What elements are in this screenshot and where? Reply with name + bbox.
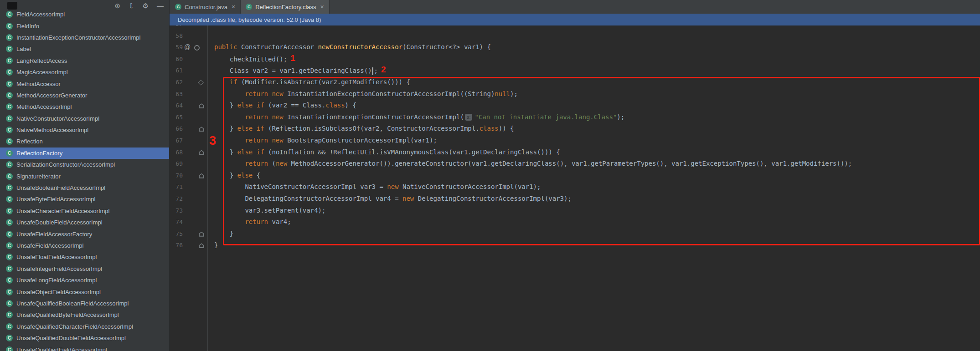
editor-tab[interactable]: CConstructor.java× — [170, 0, 241, 14]
code-token: checkInitted(); — [214, 56, 287, 63]
line-gutter: 76 — [169, 239, 207, 251]
close-tab-icon[interactable]: × — [320, 3, 324, 10]
sidebar-item[interactable]: CFieldInfo — [0, 20, 169, 31]
gutter-separator — [207, 25, 208, 351]
code-token: public — [214, 43, 237, 51]
sidebar-item[interactable]: CSerializationConstructorAccessorImpl — [0, 159, 169, 170]
fold-marker-icon[interactable] — [199, 243, 204, 248]
class-icon: C — [6, 173, 13, 180]
editor-tab[interactable]: CReflectionFactory.class× — [241, 0, 330, 14]
settings-icon[interactable]: ⚙ — [143, 2, 149, 9]
sidebar-item[interactable]: CSignatureIterator — [0, 170, 169, 182]
sidebar-item[interactable]: CUnsafeQualifiedCharacterFieldAccessorIm… — [0, 321, 169, 332]
annotation-rect — [223, 77, 980, 245]
sidebar-item[interactable]: CNativeConstructorAccessorImpl — [0, 113, 169, 124]
sidebar-toolbar-icons: ⊕⇩⚙— — [114, 2, 164, 9]
line-gutter: 58 — [169, 30, 207, 42]
sidebar-item[interactable]: CUnsafeQualifiedByteFieldAccessorImpl — [0, 309, 169, 320]
line-number: 58 — [169, 30, 183, 42]
sidebar-toolbar: ⊕⇩⚙— — [0, 0, 169, 11]
text-caret — [372, 67, 373, 75]
class-icon: C — [6, 81, 13, 87]
override-gutter-icon[interactable] — [194, 45, 200, 51]
line-gutter: 61 — [169, 65, 207, 76]
editor-line[interactable]: 58 — [169, 30, 980, 42]
sidebar-item[interactable]: CUnsafeObjectFieldAccessorImpl — [0, 286, 169, 297]
sidebar-item-label: NativeConstructorAccessorImpl — [16, 115, 99, 122]
sidebar-item[interactable]: CNativeMethodAccessorImpl — [0, 124, 169, 136]
sidebar-item[interactable]: CLabel — [0, 43, 169, 55]
editor-line[interactable]: 61 Class var2 = var1.getDeclaringClass()… — [169, 65, 980, 76]
class-icon: C — [6, 34, 13, 41]
sidebar-item[interactable]: CMagicAccessorImpl — [0, 66, 169, 78]
sidebar-item-label: UnsafeFieldAccessorFactory — [16, 231, 92, 238]
hide-icon[interactable]: — — [157, 2, 164, 9]
line-gutter: 68 — [169, 147, 207, 158]
sidebar-item[interactable]: CMethodAccessorGenerator — [0, 90, 169, 101]
sidebar-item[interactable]: CLangReflectAccess — [0, 55, 169, 66]
scroll-from-source-icon[interactable]: ⇩ — [129, 2, 134, 9]
editor-line[interactable]: 59@public ConstructorAccessor newConstru… — [169, 41, 980, 53]
line-number: 64 — [169, 100, 183, 112]
line-number: 66 — [169, 123, 183, 135]
sidebar-item[interactable]: CMethodAccessorImpl — [0, 101, 169, 112]
sidebar-item-label: MethodAccessor — [16, 81, 61, 87]
sidebar-item[interactable]: CUnsafeBooleanFieldAccessorImpl — [0, 182, 169, 193]
sidebar-item-label: SignatureIterator — [16, 173, 61, 180]
sidebar-item[interactable]: CUnsafeQualifiedDoubleFieldAccessorImpl — [0, 332, 169, 344]
class-icon: C — [6, 103, 13, 110]
code-token: } — [214, 241, 218, 249]
class-icon: C — [6, 184, 13, 191]
sidebar-item-label: UnsafeIntegerFieldAccessorImpl — [16, 265, 102, 272]
sidebar-item[interactable]: CUnsafeQualifiedBooleanFieldAccessorImpl — [0, 298, 169, 309]
sidebar-item-label: UnsafeBooleanFieldAccessorImpl — [16, 184, 105, 191]
sidebar-item[interactable]: CUnsafeLongFieldAccessorImpl — [0, 275, 169, 286]
editor-area: 575859@public ConstructorAccessor newCon… — [169, 0, 980, 351]
project-sidebar: ⊕⇩⚙— CFieldAccessorImplCFieldInfoCInstan… — [0, 0, 170, 351]
sidebar-item[interactable]: CUnsafeFieldAccessorFactory — [0, 228, 169, 239]
sidebar-item[interactable]: CInstantiationExceptionConstructorAccess… — [0, 32, 169, 43]
code-text: } — [207, 239, 218, 251]
sidebar-item-label: MethodAccessorImpl — [16, 103, 72, 110]
line-number: 70 — [169, 170, 183, 182]
sidebar-item-label: InstantiationExceptionConstructorAccesso… — [16, 34, 140, 41]
line-number: 69 — [169, 158, 183, 170]
sidebar-item[interactable]: CUnsafeByteFieldAccessorImpl — [0, 193, 169, 205]
code-text: public ConstructorAccessor newConstructo… — [207, 41, 491, 53]
close-tab-icon[interactable]: × — [232, 3, 235, 10]
sidebar-item[interactable]: CUnsafeQualifiedFieldAccessorImpl — [0, 344, 169, 351]
tool-window-icon[interactable] — [7, 2, 17, 10]
line-gutter: 73 — [169, 205, 207, 217]
class-icon: C — [175, 4, 181, 10]
target-icon[interactable]: ⊕ — [114, 2, 120, 9]
sidebar-item[interactable]: CUnsafeCharacterFieldAccessorImpl — [0, 205, 169, 217]
editor-tabs: CConstructor.java×CReflectionFactory.cla… — [169, 0, 980, 14]
line-gutter: 74 — [169, 216, 207, 228]
line-gutter: 71 — [169, 181, 207, 193]
fold-marker-icon[interactable] — [198, 80, 204, 86]
sidebar-item-label: SerializationConstructorAccessorImpl — [16, 161, 115, 168]
sidebar-item[interactable]: CUnsafeFloatFieldAccessorImpl — [0, 251, 169, 263]
banner-text: Decompiled .class file, bytecode version… — [178, 16, 321, 23]
sidebar-item-label: UnsafeQualifiedCharacterFieldAccessorImp… — [16, 323, 133, 330]
fold-marker-icon[interactable] — [199, 173, 204, 178]
sidebar-item[interactable]: CUnsafeIntegerFieldAccessorImpl — [0, 263, 169, 275]
sidebar-item-label: UnsafeDoubleFieldAccessorImpl — [16, 219, 103, 226]
sidebar-item[interactable]: CReflectionFactory — [0, 148, 169, 159]
sidebar-item[interactable]: CUnsafeFieldAccessorImpl — [0, 240, 169, 251]
line-gutter: 70 — [169, 170, 207, 182]
sidebar-item[interactable]: CReflection — [0, 136, 169, 147]
fold-marker-icon[interactable] — [199, 232, 204, 237]
sidebar-item-label: UnsafeFloatFieldAccessorImpl — [16, 254, 97, 260]
fold-marker-icon[interactable] — [199, 150, 204, 155]
sidebar-item-label: UnsafeObjectFieldAccessorImpl — [16, 289, 101, 295]
class-icon: C — [6, 231, 13, 238]
sidebar-item[interactable]: CUnsafeDoubleFieldAccessorImpl — [0, 217, 169, 228]
annotation-gutter-icon[interactable]: @ — [184, 41, 191, 53]
fold-marker-icon[interactable] — [199, 103, 204, 108]
sidebar-item[interactable]: CMethodAccessor — [0, 78, 169, 89]
editor-line[interactable]: 60 checkInitted();1 — [169, 53, 980, 65]
line-gutter: 59@ — [169, 41, 207, 53]
line-number: 61 — [169, 65, 183, 76]
fold-marker-icon[interactable] — [199, 127, 204, 132]
